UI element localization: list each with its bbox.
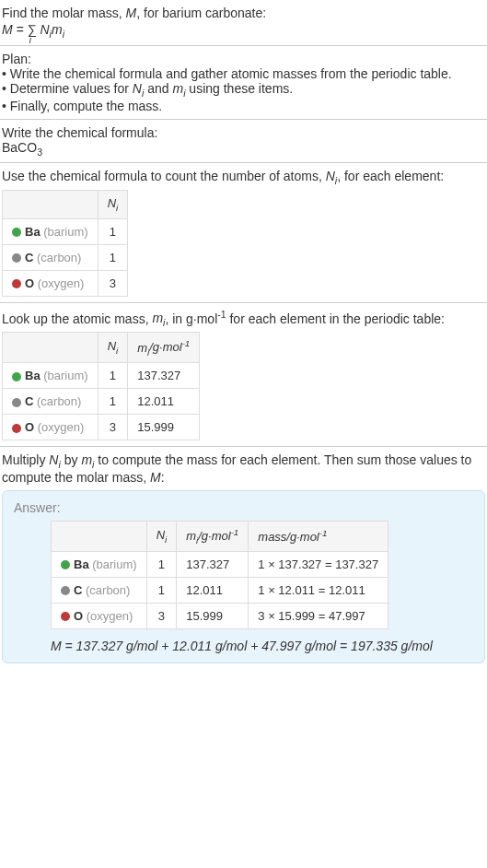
element-name: (oxygen) xyxy=(83,609,133,623)
am-header-a: Look up the atomic mass, xyxy=(2,311,152,325)
formula-n: N xyxy=(37,22,50,37)
blank-header xyxy=(3,333,99,363)
mi-value: 15.999 xyxy=(177,603,249,628)
element-symbol: C xyxy=(25,251,33,264)
table-row: Ba (barium) 1 137.327 1 × 137.327 = 137.… xyxy=(52,551,388,577)
table-row: O (oxygen) 3 15.999 3 × 15.999 = 47.997 xyxy=(52,603,388,628)
mi-unit: /g·mol xyxy=(198,529,230,543)
atomic-mass-section: Look up the atomic mass, mi, in g·mol-1 … xyxy=(0,303,487,447)
answer-box: Answer: Ni mi/g·mol-1 mass/g·mol-1 Ba (b… xyxy=(2,490,485,663)
element-name: (carbon) xyxy=(82,583,130,597)
plan-bullet-2: • Determine values for Ni and mi using t… xyxy=(2,81,485,99)
element-symbol: C xyxy=(74,583,82,597)
ni-value: 1 xyxy=(98,363,128,389)
ni-header: Ni xyxy=(98,333,128,363)
mi-header: mi/g·mol-1 xyxy=(177,521,249,551)
chem-formula-header: Write the chemical formula: xyxy=(2,125,485,140)
plan-b2-a: • Determine values for xyxy=(2,81,133,96)
intro-text-1: Find the molar mass, xyxy=(2,6,126,20)
dot-icon xyxy=(12,279,21,288)
compute-section: Multiply Ni by mi to compute the mass fo… xyxy=(0,447,487,669)
element-cell-c: C (carbon) xyxy=(52,577,147,603)
table-row: O (oxygen) 3 xyxy=(3,270,128,296)
mi-value: 15.999 xyxy=(128,415,200,440)
answer-label: Answer: xyxy=(14,500,473,515)
dot-icon xyxy=(12,398,21,407)
intro-line: Find the molar mass, M, for barium carbo… xyxy=(2,6,485,20)
compute-header: Multiply Ni by mi to compute the mass fo… xyxy=(2,452,485,485)
element-name: (oxygen) xyxy=(34,276,84,290)
mass-header: mass/g·mol-1 xyxy=(249,521,388,551)
formula-m-sub: i xyxy=(63,29,64,40)
mi-unit: /g·mol xyxy=(149,341,181,355)
blank-header xyxy=(52,521,147,551)
plan-b2-c: using these items. xyxy=(185,81,293,96)
ni-value: 1 xyxy=(146,551,177,577)
mi-value: 137.327 xyxy=(128,363,200,389)
element-symbol: Ba xyxy=(25,225,41,239)
mass-value: 1 × 12.011 = 12.011 xyxy=(249,577,388,603)
count-atoms-header: Use the chemical formula to count the nu… xyxy=(2,169,485,186)
table-row: O (oxygen) 3 15.999 xyxy=(3,415,200,440)
element-name: (oxygen) xyxy=(34,420,84,434)
plan-bullet-1: • Write the chemical formula and gather … xyxy=(2,66,485,81)
dot-icon xyxy=(61,586,70,595)
element-cell-o: O (oxygen) xyxy=(3,415,99,440)
chem-formula-section: Write the chemical formula: BaCO3 xyxy=(0,120,487,164)
count-header-b: , for each element: xyxy=(337,169,444,183)
element-cell-o: O (oxygen) xyxy=(52,603,147,628)
am-header-b: , in g·mol xyxy=(165,311,217,325)
mi-value: 12.011 xyxy=(128,389,200,415)
table-row: C (carbon) 1 12.011 xyxy=(3,389,200,415)
compute-b: by xyxy=(61,452,82,467)
element-symbol: O xyxy=(25,420,34,434)
chem-formula-value: BaCO3 xyxy=(2,140,485,158)
ni-header: Ni xyxy=(146,521,177,551)
plan-section: Plan: • Write the chemical formula and g… xyxy=(0,46,487,120)
intro-text-2: , for barium carbonate: xyxy=(136,6,266,20)
atomic-mass-table: Ni mi/g·mol-1 Ba (barium) 1 137.327 C (c… xyxy=(2,332,200,440)
element-name: (barium) xyxy=(89,557,137,571)
compute-d: : xyxy=(161,470,165,485)
table-header-row: Ni xyxy=(3,191,128,219)
count-header-a: Use the chemical formula to count the nu… xyxy=(2,169,326,183)
dot-icon xyxy=(12,372,21,381)
ni-value: 1 xyxy=(98,389,128,415)
table-row: Ba (barium) 1 137.327 xyxy=(3,363,200,389)
intro-var-m: M xyxy=(126,6,137,20)
chem-formula-text: BaCO xyxy=(2,140,37,155)
dot-icon xyxy=(61,612,70,621)
element-name: (carbon) xyxy=(33,251,81,264)
ni-value: 3 xyxy=(98,270,128,296)
mi-header: mi/g·mol-1 xyxy=(128,333,200,363)
sum-sub: i xyxy=(29,35,31,45)
formula-m: m xyxy=(52,22,63,37)
table-row: C (carbon) 1 12.011 1 × 12.011 = 12.011 xyxy=(52,577,388,603)
chem-formula-sub: 3 xyxy=(37,146,42,157)
table-row: Ba (barium) 1 xyxy=(3,218,128,244)
compute-a: Multiply xyxy=(2,452,49,467)
ni-value: 1 xyxy=(146,577,177,603)
mi-value: 137.327 xyxy=(177,551,249,577)
element-name: (barium) xyxy=(41,225,88,239)
element-cell-c: C (carbon) xyxy=(3,389,99,415)
mass-unit: mass/g·mol xyxy=(258,531,319,545)
count-atoms-section: Use the chemical formula to count the nu… xyxy=(0,163,487,302)
ni-value: 3 xyxy=(146,603,177,628)
atomic-mass-header: Look up the atomic mass, mi, in g·mol-1 … xyxy=(2,309,485,328)
element-symbol: Ba xyxy=(25,369,41,382)
intro-formula: M = ∑i Nimi xyxy=(2,22,485,40)
element-cell-c: C (carbon) xyxy=(3,244,99,270)
element-symbol: C xyxy=(25,394,33,408)
table-row: C (carbon) 1 xyxy=(3,244,128,270)
element-cell-ba: Ba (barium) xyxy=(52,551,147,577)
ni-header: Ni xyxy=(98,191,128,219)
mass-value: 3 × 15.999 = 47.997 xyxy=(249,603,388,628)
table-header-row: Ni mi/g·mol-1 xyxy=(3,333,200,363)
element-symbol: Ba xyxy=(74,557,89,571)
element-cell-ba: Ba (barium) xyxy=(3,363,99,389)
dot-icon xyxy=(12,228,21,237)
intro-section: Find the molar mass, M, for barium carbo… xyxy=(0,0,487,46)
ni-value: 3 xyxy=(98,415,128,440)
am-header-c: for each element in the periodic table: xyxy=(226,311,445,325)
